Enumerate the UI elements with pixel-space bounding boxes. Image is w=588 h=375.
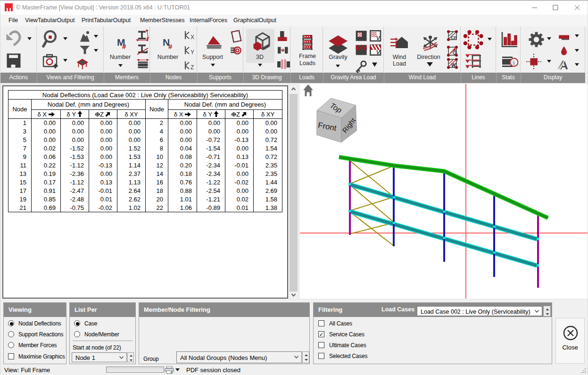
svg-text:Load: Load [393, 60, 406, 67]
svg-text:Loads: Loads [299, 60, 315, 67]
svg-text:Support: Support [202, 54, 223, 60]
svg-text:CP: CP [451, 35, 457, 40]
svg-text:Number: Number [157, 54, 178, 60]
svg-text:Frame: Frame [299, 53, 316, 59]
svg-text:Y: Y [190, 49, 194, 56]
svg-text:Z: Z [190, 64, 194, 71]
svg-text:X: X [190, 34, 194, 41]
svg-text:Gravity: Gravity [329, 54, 348, 60]
svg-text:#: # [122, 42, 126, 50]
svg-text:3D: 3D [256, 54, 264, 60]
svg-text:Wind: Wind [393, 54, 406, 60]
svg-text:#: # [168, 42, 173, 50]
svg-text:Number: Number [110, 54, 131, 60]
svg-text:Direction: Direction [417, 54, 440, 60]
